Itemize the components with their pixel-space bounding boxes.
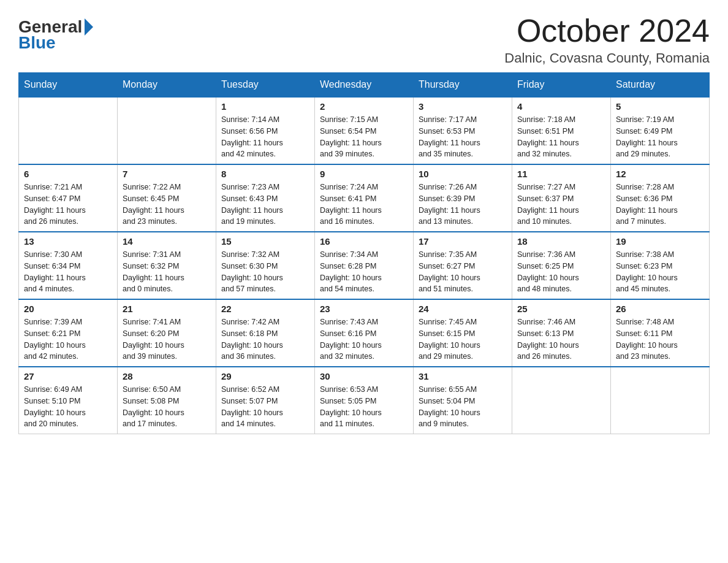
table-row: 30Sunrise: 6:53 AM Sunset: 5:05 PM Dayli…	[315, 367, 414, 434]
day-info: Sunrise: 6:52 AM Sunset: 5:07 PM Dayligh…	[221, 384, 309, 430]
day-number: 13	[24, 236, 112, 247]
day-number: 27	[24, 371, 112, 381]
day-number: 20	[24, 304, 112, 314]
day-info: Sunrise: 6:50 AM Sunset: 5:08 PM Dayligh…	[123, 384, 211, 430]
day-info: Sunrise: 7:39 AM Sunset: 6:21 PM Dayligh…	[24, 316, 112, 362]
calendar-week-row: 20Sunrise: 7:39 AM Sunset: 6:21 PM Dayli…	[19, 299, 710, 367]
table-row: 12Sunrise: 7:28 AM Sunset: 6:36 PM Dayli…	[611, 164, 710, 232]
table-row	[611, 367, 710, 434]
table-row: 1Sunrise: 7:14 AM Sunset: 6:56 PM Daylig…	[216, 97, 315, 164]
day-info: Sunrise: 7:45 AM Sunset: 6:15 PM Dayligh…	[419, 316, 507, 362]
calendar-table: Sunday Monday Tuesday Wednesday Thursday…	[18, 72, 710, 434]
day-info: Sunrise: 7:48 AM Sunset: 6:11 PM Dayligh…	[616, 316, 704, 362]
day-info: Sunrise: 7:23 AM Sunset: 6:43 PM Dayligh…	[221, 182, 309, 228]
col-tuesday: Tuesday	[216, 73, 315, 98]
calendar-week-row: 27Sunrise: 6:49 AM Sunset: 5:10 PM Dayli…	[19, 367, 710, 434]
day-number: 5	[616, 101, 704, 112]
logo-arrow-icon	[85, 18, 93, 36]
col-wednesday: Wednesday	[315, 73, 414, 98]
day-info: Sunrise: 7:42 AM Sunset: 6:18 PM Dayligh…	[221, 316, 309, 362]
day-info: Sunrise: 7:15 AM Sunset: 6:54 PM Dayligh…	[320, 114, 408, 160]
day-number: 15	[221, 236, 309, 247]
day-number: 8	[221, 169, 309, 179]
day-info: Sunrise: 7:34 AM Sunset: 6:28 PM Dayligh…	[320, 249, 408, 295]
day-info: Sunrise: 7:19 AM Sunset: 6:49 PM Dayligh…	[616, 114, 704, 160]
calendar-title: October 2024	[504, 12, 710, 49]
table-row: 29Sunrise: 6:52 AM Sunset: 5:07 PM Dayli…	[216, 367, 315, 434]
logo-blue: Blue	[18, 34, 56, 52]
day-info: Sunrise: 7:22 AM Sunset: 6:45 PM Dayligh…	[123, 182, 211, 228]
day-info: Sunrise: 7:14 AM Sunset: 6:56 PM Dayligh…	[221, 114, 309, 160]
day-info: Sunrise: 7:43 AM Sunset: 6:16 PM Dayligh…	[320, 316, 408, 362]
day-number: 19	[616, 236, 704, 247]
calendar-week-row: 6Sunrise: 7:21 AM Sunset: 6:47 PM Daylig…	[19, 164, 710, 232]
day-info: Sunrise: 7:31 AM Sunset: 6:32 PM Dayligh…	[123, 249, 211, 295]
day-number: 10	[419, 169, 507, 179]
col-friday: Friday	[512, 73, 611, 98]
calendar-subtitle: Dalnic, Covasna County, Romania	[504, 50, 710, 66]
day-info: Sunrise: 6:55 AM Sunset: 5:04 PM Dayligh…	[419, 384, 507, 430]
day-number: 2	[320, 101, 408, 112]
table-row	[19, 97, 118, 164]
table-row: 11Sunrise: 7:27 AM Sunset: 6:37 PM Dayli…	[512, 164, 611, 232]
col-sunday: Sunday	[19, 73, 118, 98]
table-row: 15Sunrise: 7:32 AM Sunset: 6:30 PM Dayli…	[216, 232, 315, 299]
day-number: 23	[320, 304, 408, 314]
page-header: GeneralBlue October 2024 Dalnic, Covasna…	[18, 12, 710, 66]
table-row: 26Sunrise: 7:48 AM Sunset: 6:11 PM Dayli…	[611, 299, 710, 367]
table-row: 4Sunrise: 7:18 AM Sunset: 6:51 PM Daylig…	[512, 97, 611, 164]
day-number: 29	[221, 371, 309, 381]
table-row: 10Sunrise: 7:26 AM Sunset: 6:39 PM Dayli…	[414, 164, 512, 232]
table-row: 23Sunrise: 7:43 AM Sunset: 6:16 PM Dayli…	[315, 299, 414, 367]
day-number: 9	[320, 169, 408, 179]
table-row: 5Sunrise: 7:19 AM Sunset: 6:49 PM Daylig…	[611, 97, 710, 164]
title-section: October 2024 Dalnic, Covasna County, Rom…	[504, 12, 710, 66]
table-row: 9Sunrise: 7:24 AM Sunset: 6:41 PM Daylig…	[315, 164, 414, 232]
col-monday: Monday	[118, 73, 216, 98]
day-info: Sunrise: 7:32 AM Sunset: 6:30 PM Dayligh…	[221, 249, 309, 295]
day-info: Sunrise: 7:30 AM Sunset: 6:34 PM Dayligh…	[24, 249, 112, 295]
day-number: 26	[616, 304, 704, 314]
calendar-header-row: Sunday Monday Tuesday Wednesday Thursday…	[19, 73, 710, 98]
table-row: 8Sunrise: 7:23 AM Sunset: 6:43 PM Daylig…	[216, 164, 315, 232]
day-number: 24	[419, 304, 507, 314]
day-number: 31	[419, 371, 507, 381]
table-row: 19Sunrise: 7:38 AM Sunset: 6:23 PM Dayli…	[611, 232, 710, 299]
table-row: 16Sunrise: 7:34 AM Sunset: 6:28 PM Dayli…	[315, 232, 414, 299]
table-row: 7Sunrise: 7:22 AM Sunset: 6:45 PM Daylig…	[118, 164, 216, 232]
day-info: Sunrise: 7:46 AM Sunset: 6:13 PM Dayligh…	[517, 316, 605, 362]
table-row: 31Sunrise: 6:55 AM Sunset: 5:04 PM Dayli…	[414, 367, 512, 434]
day-info: Sunrise: 7:28 AM Sunset: 6:36 PM Dayligh…	[616, 182, 704, 228]
logo: GeneralBlue	[18, 18, 93, 52]
day-number: 6	[24, 169, 112, 179]
day-info: Sunrise: 7:26 AM Sunset: 6:39 PM Dayligh…	[419, 182, 507, 228]
table-row: 20Sunrise: 7:39 AM Sunset: 6:21 PM Dayli…	[19, 299, 118, 367]
calendar-week-row: 13Sunrise: 7:30 AM Sunset: 6:34 PM Dayli…	[19, 232, 710, 299]
day-number: 28	[123, 371, 211, 381]
day-info: Sunrise: 6:53 AM Sunset: 5:05 PM Dayligh…	[320, 384, 408, 430]
day-number: 11	[517, 169, 605, 179]
day-number: 16	[320, 236, 408, 247]
table-row: 13Sunrise: 7:30 AM Sunset: 6:34 PM Dayli…	[19, 232, 118, 299]
day-number: 3	[419, 101, 507, 112]
table-row: 17Sunrise: 7:35 AM Sunset: 6:27 PM Dayli…	[414, 232, 512, 299]
table-row	[512, 367, 611, 434]
day-number: 18	[517, 236, 605, 247]
day-number: 25	[517, 304, 605, 314]
day-info: Sunrise: 7:21 AM Sunset: 6:47 PM Dayligh…	[24, 182, 112, 228]
day-info: Sunrise: 7:17 AM Sunset: 6:53 PM Dayligh…	[419, 114, 507, 160]
table-row: 25Sunrise: 7:46 AM Sunset: 6:13 PM Dayli…	[512, 299, 611, 367]
day-info: Sunrise: 7:36 AM Sunset: 6:25 PM Dayligh…	[517, 249, 605, 295]
day-number: 22	[221, 304, 309, 314]
day-info: Sunrise: 7:35 AM Sunset: 6:27 PM Dayligh…	[419, 249, 507, 295]
day-info: Sunrise: 7:18 AM Sunset: 6:51 PM Dayligh…	[517, 114, 605, 160]
day-number: 17	[419, 236, 507, 247]
table-row: 6Sunrise: 7:21 AM Sunset: 6:47 PM Daylig…	[19, 164, 118, 232]
day-info: Sunrise: 6:49 AM Sunset: 5:10 PM Dayligh…	[24, 384, 112, 430]
table-row: 24Sunrise: 7:45 AM Sunset: 6:15 PM Dayli…	[414, 299, 512, 367]
day-number: 21	[123, 304, 211, 314]
day-info: Sunrise: 7:38 AM Sunset: 6:23 PM Dayligh…	[616, 249, 704, 295]
day-number: 30	[320, 371, 408, 381]
day-number: 1	[221, 101, 309, 112]
col-thursday: Thursday	[414, 73, 512, 98]
